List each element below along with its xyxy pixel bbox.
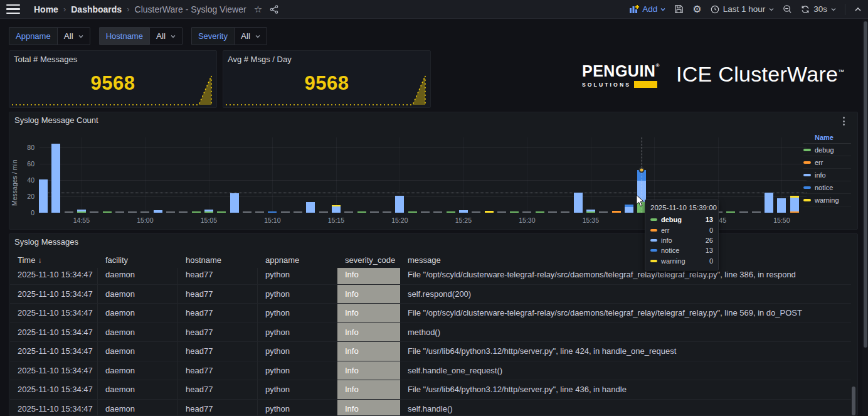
bar-zero[interactable] xyxy=(599,211,608,213)
bar-zero[interactable] xyxy=(140,211,149,213)
cell-time: 2025-11-10 15:34:47 xyxy=(10,323,98,342)
legend-item-err[interactable]: err xyxy=(803,156,851,169)
cell-severity: Info xyxy=(337,285,400,304)
bar-zero[interactable] xyxy=(370,211,379,213)
time-range-picker[interactable]: Last 1 hour xyxy=(711,4,775,14)
bar-zero[interactable] xyxy=(433,211,442,213)
bar[interactable] xyxy=(536,211,544,213)
bar[interactable] xyxy=(726,211,735,213)
bar[interactable] xyxy=(790,196,799,213)
bar[interactable] xyxy=(51,144,60,213)
column-header-facility[interactable]: facility xyxy=(98,255,178,265)
filter-appname-label[interactable]: Appname xyxy=(9,27,57,45)
table-row[interactable]: 2025-11-10 15:34:47daemonhead77pythonInf… xyxy=(10,361,851,380)
star-icon[interactable]: ☆ xyxy=(254,4,262,14)
menu-icon[interactable] xyxy=(6,3,23,16)
table-row[interactable]: 2025-11-10 15:34:47daemonhead77pythonInf… xyxy=(10,380,851,399)
bar-zero[interactable] xyxy=(281,211,290,213)
column-header-message[interactable]: message xyxy=(400,255,851,265)
table-row[interactable]: 2025-11-10 15:34:47daemonhead77pythonInf… xyxy=(10,323,851,342)
bar[interactable] xyxy=(765,193,773,213)
filter-hostname-label[interactable]: Hostname xyxy=(99,27,149,45)
breadcrumb-home[interactable]: Home xyxy=(34,4,58,14)
collapse-navbar-icon[interactable] xyxy=(854,6,862,13)
bar[interactable] xyxy=(306,202,315,213)
bar-zero[interactable] xyxy=(472,211,480,213)
legend-item-warning[interactable]: warning xyxy=(803,194,851,206)
bar-zero[interactable] xyxy=(522,211,531,213)
bar[interactable] xyxy=(459,210,468,213)
bar-zero[interactable] xyxy=(243,211,251,213)
table-body[interactable]: 2025-11-10 15:34:47daemonhead77pythonInf… xyxy=(10,268,851,415)
bar-zero[interactable] xyxy=(421,211,430,213)
save-dashboard-icon[interactable] xyxy=(674,4,684,14)
bar[interactable] xyxy=(103,211,112,213)
table-row[interactable]: 2025-11-10 15:34:47daemonhead77pythonInf… xyxy=(10,284,851,304)
bar-zero[interactable] xyxy=(383,211,391,213)
tooltip-series-value: 0 xyxy=(709,257,713,265)
bar[interactable] xyxy=(408,211,417,213)
panel-menu-icon[interactable] xyxy=(839,116,849,126)
bar[interactable] xyxy=(357,211,366,213)
filter-appname-select[interactable]: All xyxy=(57,27,90,45)
bar[interactable] xyxy=(395,196,404,213)
column-header-appname[interactable]: appname xyxy=(258,255,337,265)
share-icon[interactable] xyxy=(270,5,278,14)
bar[interactable] xyxy=(192,211,201,213)
bar-zero[interactable] xyxy=(115,211,124,213)
bar-zero[interactable] xyxy=(255,211,264,213)
legend-item-debug[interactable]: debug xyxy=(803,144,851,156)
column-header-severity-code[interactable]: severity_code xyxy=(337,255,400,265)
bar-zero[interactable] xyxy=(179,211,188,213)
table-row[interactable]: 2025-11-10 15:34:47daemonhead77pythonInf… xyxy=(10,399,851,416)
bar[interactable] xyxy=(777,198,786,213)
bar-zero[interactable] xyxy=(548,211,557,213)
column-header-time[interactable]: Time↓ xyxy=(10,255,98,265)
bar-zero[interactable] xyxy=(128,211,137,213)
bar[interactable] xyxy=(510,211,519,213)
bar[interactable] xyxy=(230,193,239,213)
bar-zero[interactable] xyxy=(319,211,328,213)
bar[interactable] xyxy=(625,205,633,213)
table-row[interactable]: 2025-11-10 15:34:47daemonhead77pythonInf… xyxy=(10,268,851,284)
table-row[interactable]: 2025-11-10 15:34:47daemonhead77pythonInf… xyxy=(10,303,851,323)
zoom-out-icon[interactable] xyxy=(783,4,792,14)
bar[interactable] xyxy=(217,211,226,213)
bar-zero[interactable] xyxy=(739,211,748,213)
table-row[interactable]: 2025-11-10 15:34:47daemonhead77pythonInf… xyxy=(10,341,851,361)
bar-zero[interactable] xyxy=(65,211,73,213)
bar-zero[interactable] xyxy=(497,211,506,213)
bar[interactable] xyxy=(39,179,48,213)
filter-severity-label[interactable]: Severity xyxy=(191,27,234,45)
bar-zero[interactable] xyxy=(344,211,353,213)
page-scrollbar-thumb[interactable] xyxy=(864,21,867,348)
breadcrumb-dashboards[interactable]: Dashboards xyxy=(71,4,122,14)
bar[interactable] xyxy=(485,211,494,213)
bar[interactable] xyxy=(574,193,583,213)
filter-severity-select[interactable]: All xyxy=(234,27,267,45)
settings-gear-icon[interactable]: ⚙ xyxy=(692,3,701,15)
refresh-button[interactable]: 30s xyxy=(801,4,836,14)
bar[interactable] xyxy=(154,210,162,213)
bar[interactable] xyxy=(332,205,341,213)
bar-zero[interactable] xyxy=(166,211,175,213)
bar[interactable] xyxy=(77,210,86,213)
bar-zero[interactable] xyxy=(752,211,761,213)
table-scrollbar-thumb[interactable] xyxy=(852,387,855,415)
page-scrollbar[interactable] xyxy=(862,19,868,416)
bar[interactable] xyxy=(204,210,213,213)
legend-name-header[interactable]: Name xyxy=(803,132,851,144)
legend-item-info[interactable]: info xyxy=(803,169,851,181)
column-header-hostname[interactable]: hostname xyxy=(178,255,258,265)
refresh-icon xyxy=(801,5,810,14)
legend-item-notice[interactable]: notice xyxy=(803,181,851,194)
bar-zero[interactable] xyxy=(561,211,569,213)
bar[interactable] xyxy=(586,210,595,213)
bar-zero[interactable] xyxy=(294,211,302,213)
bar[interactable] xyxy=(612,211,621,213)
add-panel-button[interactable]: Add xyxy=(630,4,665,14)
bar[interactable] xyxy=(447,211,455,213)
filter-hostname-select[interactable]: All xyxy=(149,27,183,45)
bar-zero[interactable] xyxy=(90,211,98,213)
bar[interactable] xyxy=(268,211,277,213)
